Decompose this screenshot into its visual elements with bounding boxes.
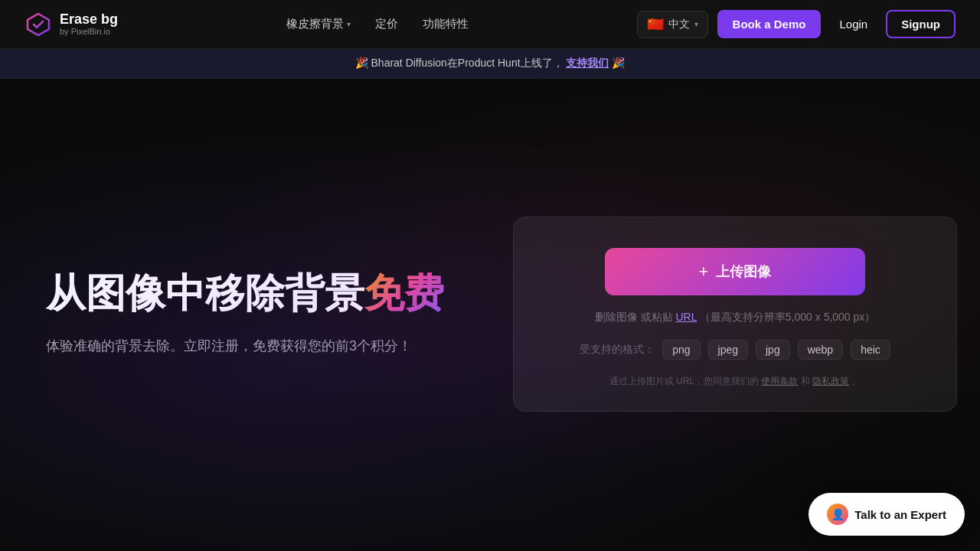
hero-subtitle: 体验准确的背景去除。立即注册，免费获得您的前3个积分！	[46, 335, 444, 357]
signup-button[interactable]: Signup	[886, 10, 956, 38]
hero-right: + 上传图像 删除图像 或粘贴 URL （最高支持分辨率5,000 x 5,00…	[490, 79, 980, 549]
upload-button-label: 上传图像	[716, 262, 771, 281]
hero-left: 从图像中移除背景免费 体验准确的背景去除。立即注册，免费获得您的前3个积分！	[0, 79, 490, 549]
announcement-text: 🎉 Bharat Diffusion在Product Hunt上线了，	[355, 57, 564, 69]
privacy-policy-link[interactable]: 隐私政策	[812, 376, 849, 386]
upload-hint: 删除图像 或粘贴 URL （最高支持分辨率5,000 x 5,000 px）	[595, 311, 876, 324]
chevron-down-icon: ▾	[347, 20, 351, 28]
hint-prefix: 删除图像 或粘贴	[595, 311, 673, 323]
nav-links: 橡皮擦背景 ▾ 定价 功能特性	[286, 17, 469, 31]
format-jpeg: jpeg	[708, 340, 748, 360]
announcement-suffix: 🎉	[612, 57, 625, 69]
nav-actions: 🇨🇳 中文 ▾ Book a Demo Login Signup	[637, 10, 956, 38]
terms-and: 和	[801, 376, 810, 386]
book-demo-button[interactable]: Book a Demo	[717, 10, 822, 38]
announcement-banner: 🎉 Bharat Diffusion在Product Hunt上线了， 支持我们…	[0, 49, 980, 79]
formats-label: 受支持的格式：	[580, 343, 655, 357]
hint-url-link[interactable]: URL	[675, 311, 697, 323]
talk-to-expert-button[interactable]: 👤 Talk to an Expert	[808, 493, 965, 536]
logo-icon	[24, 11, 52, 38]
logo-sub: by PixelBin.io	[60, 27, 118, 36]
flag-icon: 🇨🇳	[647, 16, 664, 33]
terms-text: 通过上传图片或 URL，您同意我们的 使用条款 和 隐私政策 。	[609, 375, 861, 388]
hero-title: 从图像中移除背景免费	[46, 271, 444, 317]
language-selector[interactable]: 🇨🇳 中文 ▾	[637, 11, 708, 38]
hero-title-main: 从图像中移除背景	[46, 271, 364, 315]
nav-item-pricing[interactable]: 定价	[375, 17, 398, 31]
language-label: 中文	[668, 18, 690, 31]
navbar: Erase bg by PixelBin.io 橡皮擦背景 ▾ 定价 功能特性 …	[0, 0, 980, 49]
upload-card: + 上传图像 删除图像 或粘贴 URL （最高支持分辨率5,000 x 5,00…	[513, 217, 957, 412]
format-jpg: jpg	[756, 340, 790, 360]
expert-avatar: 👤	[827, 504, 848, 525]
logo-name: Erase bg	[60, 12, 118, 28]
nav-item-bg[interactable]: 橡皮擦背景 ▾	[286, 17, 351, 31]
hint-suffix: （最高支持分辨率5,000 x 5,000 px）	[700, 311, 876, 323]
format-png: png	[662, 340, 700, 360]
plus-icon: +	[699, 262, 709, 282]
terms-of-use-link[interactable]: 使用条款	[761, 376, 798, 386]
logo: Erase bg by PixelBin.io	[24, 11, 118, 38]
main-content: 从图像中移除背景免费 体验准确的背景去除。立即注册，免费获得您的前3个积分！ +…	[0, 79, 980, 549]
format-heic: heic	[851, 340, 890, 360]
terms-prefix: 通过上传图片或 URL，您同意我们的	[609, 376, 759, 386]
upload-button[interactable]: + 上传图像	[605, 248, 865, 295]
terms-suffix: 。	[851, 376, 861, 386]
talk-expert-label: Talk to an Expert	[854, 508, 946, 521]
login-button[interactable]: Login	[830, 10, 877, 38]
format-webp: webp	[798, 340, 843, 360]
logo-text: Erase bg by PixelBin.io	[60, 12, 118, 37]
hero-title-highlight: 免费	[364, 271, 444, 315]
formats-row: 受支持的格式： png jpeg jpg webp heic	[580, 340, 890, 360]
nav-item-features[interactable]: 功能特性	[423, 17, 469, 31]
chevron-down-icon: ▾	[694, 20, 698, 28]
announcement-link[interactable]: 支持我们	[566, 57, 609, 69]
